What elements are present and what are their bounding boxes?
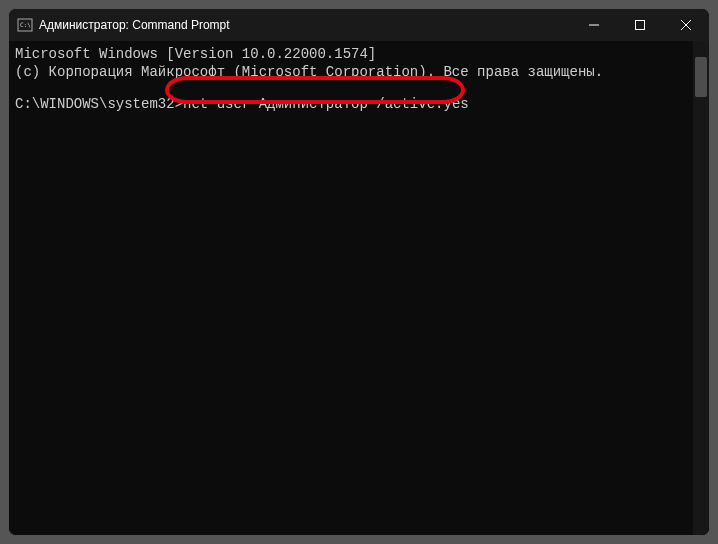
window-controls [571,9,709,41]
command-prompt-window: C:\ Администратор: Command Prompt Micros… [8,8,710,536]
minimize-button[interactable] [571,9,617,41]
copyright-line: (c) Корпорация Майкрософт (Microsoft Cor… [15,63,703,81]
titlebar[interactable]: C:\ Администратор: Command Prompt [9,9,709,41]
close-button[interactable] [663,9,709,41]
scrollbar[interactable] [693,41,709,535]
version-line: Microsoft Windows [Version 10.0.22000.15… [15,45,703,63]
svg-text:C:\: C:\ [20,21,31,28]
svg-rect-3 [636,21,645,30]
prompt-line: C:\WINDOWS\system32>net user Администрат… [15,95,703,113]
maximize-button[interactable] [617,9,663,41]
scrollbar-thumb[interactable] [695,57,707,97]
window-title: Администратор: Command Prompt [39,18,571,32]
cmd-icon: C:\ [17,17,33,33]
prompt-text: C:\WINDOWS\system32> [15,95,183,113]
terminal-body[interactable]: Microsoft Windows [Version 10.0.22000.15… [9,41,709,535]
command-input[interactable]: net user Администратор /active:yes [183,95,469,113]
